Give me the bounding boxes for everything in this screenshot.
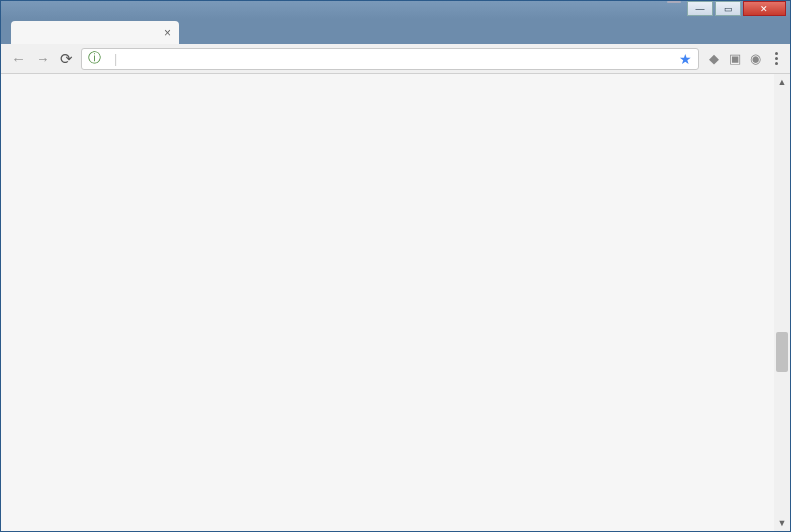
bookmark-star-icon[interactable]: ★ <box>679 51 692 67</box>
scrollbar-up-icon[interactable]: ▲ <box>774 74 790 90</box>
forward-button: → <box>34 48 52 69</box>
reload-button[interactable]: ⟳ <box>58 48 75 70</box>
maximize-button[interactable]: ▭ <box>715 1 741 16</box>
flags-content <box>1 74 790 531</box>
back-button: ← <box>9 48 28 69</box>
tab-strip: × <box>1 19 790 44</box>
security-chip: ⓘ <box>88 50 104 67</box>
window-titlebar: — ▭ ✕ <box>1 1 790 19</box>
tab-close-icon[interactable]: × <box>164 26 171 40</box>
extension-icon[interactable]: ▣ <box>729 51 741 66</box>
omnibox[interactable]: ⓘ | ★ <box>81 48 699 70</box>
minimize-button[interactable]: — <box>687 1 713 16</box>
toolbar: ← → ⟳ ⓘ | ★ ◆ ▣ ◉ <box>1 44 790 74</box>
info-icon: ⓘ <box>88 50 101 67</box>
user-badge[interactable] <box>667 1 681 3</box>
omnibox-separator: | <box>114 52 117 66</box>
scrollbar-down-icon[interactable]: ▼ <box>774 515 790 531</box>
extension-icons: ◆ ▣ ◉ <box>705 51 765 66</box>
chrome-menu-button[interactable] <box>771 48 782 69</box>
scrollbar-thumb[interactable] <box>776 332 788 372</box>
extension-icon[interactable]: ◉ <box>750 51 761 66</box>
extension-icon[interactable]: ◆ <box>709 51 719 66</box>
close-button[interactable]: ✕ <box>743 1 786 16</box>
scrollbar-track[interactable] <box>774 90 790 515</box>
browser-tab[interactable]: × <box>11 21 179 44</box>
window-buttons: — ▭ ✕ <box>687 1 786 16</box>
vertical-scrollbar[interactable]: ▲ ▼ <box>774 74 790 531</box>
